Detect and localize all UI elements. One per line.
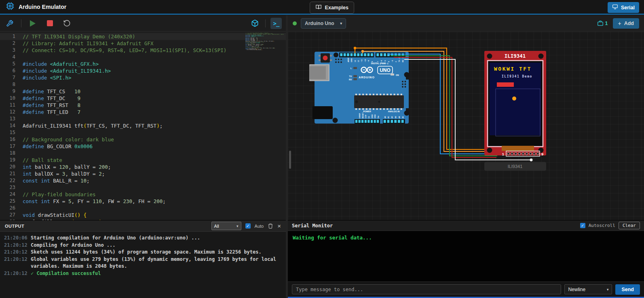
toolbar-separator xyxy=(21,19,21,27)
code-line: 8 xyxy=(0,81,286,88)
code-line: 9#define TFT_CS 10 xyxy=(0,88,286,95)
log-entry: 21:20:12Global variables use 279 bytes (… xyxy=(4,256,282,270)
svg-text:A3: A3 xyxy=(395,116,397,118)
code-line: 27void drawStaticUI() { xyxy=(0,212,286,218)
examples-button[interactable]: Examples xyxy=(310,2,354,14)
svg-text:TX: TX xyxy=(349,75,352,78)
svg-text:Vin: Vin xyxy=(377,115,379,118)
output-log: 21:20:06Starting compilation for Arduino… xyxy=(0,232,286,277)
examples-label: Examples xyxy=(325,5,348,10)
svg-text:~11: ~11 xyxy=(361,59,363,62)
arduino-brand-label: ARDUINO xyxy=(359,76,375,79)
on-label: ON xyxy=(396,74,399,76)
auto-scroll-checkbox[interactable]: ✓ xyxy=(245,223,251,229)
svg-text:A2: A2 xyxy=(391,116,393,118)
svg-text:TX→1: TX→1 xyxy=(398,57,400,62)
svg-text:~6: ~6 xyxy=(380,60,382,62)
serial-message-input[interactable] xyxy=(292,284,561,294)
code-line: 25const int FX = 5, FY = 110, FW = 230, … xyxy=(0,198,286,205)
auto-label: Auto xyxy=(255,224,264,229)
code-editor[interactable]: 1// TFT ILI9341 Display Demo (240x320)2/… xyxy=(0,32,286,220)
svg-text:3.3V: 3.3V xyxy=(365,115,367,118)
add-part-label: Add xyxy=(624,21,634,26)
clear-output-trash-icon[interactable] xyxy=(268,223,273,229)
parts-count[interactable]: 1 xyxy=(597,20,608,26)
svg-text:~3: ~3 xyxy=(391,60,393,62)
chevron-down-icon: ▾ xyxy=(236,224,239,228)
svg-text:~5: ~5 xyxy=(384,60,386,62)
code-lines: 1// TFT ILI9341 Display Demo (240x320)2/… xyxy=(0,32,286,220)
part-tooltip: ILI9341 xyxy=(484,162,546,171)
code-line: 3// Connect: CS=10, DC/RS=9, RST=8, LED=… xyxy=(0,47,286,54)
code-line: 10#define TFT_DC 9 xyxy=(0,95,286,102)
board-select[interactable]: Arduino Uno ▾ xyxy=(301,18,346,29)
restart-button[interactable] xyxy=(61,18,72,29)
3d-view-button[interactable] xyxy=(249,18,260,29)
autoscroll-label: Autoscroll xyxy=(589,223,615,228)
output-panel: OUTPUT All ▾ ✓ Auto × 21:20:06 xyxy=(0,220,286,298)
output-title: OUTPUT xyxy=(5,224,24,229)
svg-text:AREF: AREF xyxy=(347,57,349,62)
chevron-down-icon: ▾ xyxy=(340,21,342,25)
autoscroll-checkbox[interactable]: ✓ xyxy=(580,223,585,228)
pin1-label: 1 xyxy=(502,152,505,156)
serial-monitor-title: Serial Monitor xyxy=(292,223,333,229)
svg-text:RESET: RESET xyxy=(362,112,364,118)
svg-text:12: 12 xyxy=(357,60,359,62)
ili9341-display-part[interactable]: ILI9341 WOKWI TFT ILI9341 Demo 1 9 xyxy=(484,51,546,171)
svg-text:ILI9341: ILI9341 xyxy=(508,164,523,169)
circuit-canvas[interactable]: UNO ARDUINO L TX RX ON DIGITAL (PWM xyxy=(288,32,644,220)
code-line: 4 xyxy=(0,54,286,61)
play-icon xyxy=(30,20,36,27)
code-line: 21int ballDX = 3, ballDY = 2; xyxy=(0,170,286,177)
line-ending-select[interactable]: Newline ▾ xyxy=(564,284,612,294)
close-output-icon[interactable]: × xyxy=(277,223,281,229)
code-line: 11#define TFT_RST 8 xyxy=(0,102,286,109)
canvas-scrollbar-thumb[interactable] xyxy=(289,151,291,169)
terminal-toggle-button[interactable]: >_ xyxy=(270,18,282,29)
briefcase-icon xyxy=(597,20,604,26)
clear-serial-button[interactable]: Clear xyxy=(619,222,640,229)
screen-subtitle-text: ILI9341 Demo xyxy=(502,75,532,78)
editor-minimap[interactable]: // TFT ILI9341 Display Demo (240x320)// … xyxy=(245,33,284,113)
code-line: 1// TFT ILI9341 Display Demo (240x320) xyxy=(0,33,286,40)
code-line: 17#define BG_COLOR 0x0006 xyxy=(0,143,286,150)
arduino-uno-part[interactable]: UNO ARDUINO L TX RX ON DIGITAL (PWM xyxy=(310,52,410,124)
serial-button[interactable]: Serial xyxy=(608,2,639,13)
chip-logo-icon xyxy=(6,2,15,12)
output-panel-header: OUTPUT All ▾ ✓ Auto × xyxy=(0,220,286,232)
svg-text:A4: A4 xyxy=(398,116,400,118)
code-line: 26 xyxy=(0,205,286,212)
book-icon xyxy=(315,4,322,11)
display-connector xyxy=(502,146,534,151)
terminal-icon: >_ xyxy=(273,20,279,27)
svg-text:GND: GND xyxy=(351,58,353,62)
app-window: Arduino Emulator Examples Serial xyxy=(0,0,644,298)
usb-connector xyxy=(310,65,329,81)
code-line: 13 xyxy=(0,115,286,122)
code-line: 15 xyxy=(0,129,286,136)
power-jack xyxy=(312,106,333,119)
serial-monitor-header: Serial Monitor ✓ Autoscroll Clear xyxy=(288,220,644,231)
editor-toolbar: >_ xyxy=(0,15,286,31)
output-filter-value: All xyxy=(214,224,219,229)
stop-button[interactable] xyxy=(44,18,55,29)
add-part-button[interactable]: + Add xyxy=(613,18,640,29)
editor-column: >_ 1// TFT ILI9341 Display Demo (240x320… xyxy=(0,15,286,298)
code-line: 12#define TFT_LED 7 xyxy=(0,109,286,115)
log-entry: 21:20:12Sketch uses 11244 bytes (34%) of… xyxy=(4,249,282,256)
svg-text:RX: RX xyxy=(349,78,352,81)
app-title: Arduino Emulator xyxy=(19,4,66,10)
output-filter-select[interactable]: All ▾ xyxy=(211,222,241,230)
plus-icon: + xyxy=(618,21,621,26)
run-button[interactable] xyxy=(27,18,38,29)
screen-title-text: WOKWI TFT xyxy=(494,66,532,72)
svg-text:L: L xyxy=(351,67,352,69)
code-line: 20int ballX = 120, ballY = 200; xyxy=(0,164,286,170)
serial-waiting-text: Waiting for serial data... xyxy=(293,235,372,241)
pin9-label: 9 xyxy=(541,152,543,156)
format-wrench-button[interactable] xyxy=(4,18,15,29)
svg-text:5V: 5V xyxy=(368,116,370,118)
code-line: 7#include <SPI.h> xyxy=(0,74,286,81)
send-button[interactable]: Send xyxy=(615,284,640,295)
